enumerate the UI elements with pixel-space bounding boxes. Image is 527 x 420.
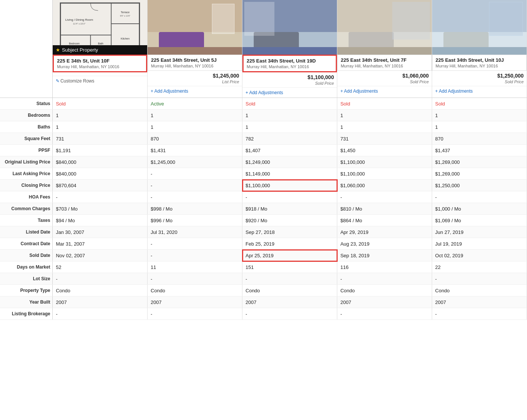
cell-sqft-comp1: 870	[148, 133, 242, 145]
image-wrapper	[337, 0, 432, 55]
cell-value: 1	[340, 124, 343, 130]
action-cell: ✎Customize Rows	[53, 76, 147, 86]
row-label-propertyType: Property Type	[0, 285, 53, 296]
cell-contractDate-comp2: Feb 25, 2019	[242, 238, 337, 250]
cell-soldDate-comp2: Apr 25, 2019	[242, 250, 337, 261]
cell-value: 731	[56, 136, 64, 142]
data-row-bedrooms: Bedrooms11111	[0, 110, 527, 121]
cell-value: $1,407	[245, 148, 260, 153]
cell-listedDate-comp3: Apr 29, 2019	[337, 226, 432, 238]
cell-value: -	[56, 194, 57, 200]
cell-closingPrice-comp3: $1,060,000	[337, 180, 432, 191]
cell-hoaFees-comp3: -	[337, 191, 432, 203]
cell-taxes-comp1: $996 / Mo	[148, 215, 242, 226]
cell-value: -	[340, 311, 342, 317]
row-label-ppsf: PPSF	[0, 145, 53, 156]
cell-value: -	[245, 194, 247, 200]
cell-status-comp4: Sold	[432, 98, 527, 110]
cell-status-comp1: Active	[148, 98, 242, 110]
cell-value: Sold	[435, 101, 445, 107]
city-address: Murray Hill, Manhattan, NY 10016	[247, 64, 333, 69]
cell-value: Jun 27, 2019	[435, 229, 463, 235]
cell-baths-comp4: 1	[432, 121, 527, 133]
add-adjustments-link[interactable]: + Add Adjustments	[245, 90, 283, 95]
cell-value: 1	[245, 113, 248, 118]
cell-value: Jul 19, 2019	[435, 241, 462, 247]
cell-lastAskingPrice-subject: $840,000	[53, 168, 148, 180]
cell-commonCharges-comp3: $810 / Mo	[337, 203, 432, 215]
cell-commonCharges-comp2: $918 / Mo	[242, 203, 337, 215]
street-address: 225 E 34th St, Unit 10F	[57, 58, 143, 64]
comparison-table: Living / Dining Room 11'4" x 22'2" Terra…	[0, 0, 527, 320]
cell-value: Condo	[245, 288, 260, 293]
cell-value: 1	[151, 113, 153, 118]
cell-value: Sold	[340, 101, 350, 107]
property-photo	[242, 0, 337, 55]
cell-value: $1,100,000	[340, 159, 365, 165]
price-type: List Price	[222, 79, 239, 84]
cell-status-comp2: Sold	[242, 98, 337, 110]
cell-taxes-subject: $94 / Mo	[53, 215, 148, 226]
data-row-originalListingPrice: Original Listing Price$840,000$1,245,000…	[0, 156, 527, 168]
action-cell: + Add Adjustments	[432, 86, 527, 96]
cell-bedrooms-comp1: 1	[148, 110, 242, 121]
add-adjustments-link[interactable]: + Add Adjustments	[435, 89, 473, 94]
cell-contractDate-comp1: -	[148, 238, 242, 250]
address-block: 225 E 34th St, Unit 10F Murray Hill, Man…	[53, 55, 147, 72]
svg-text:Living / Dining Room: Living / Dining Room	[65, 18, 93, 21]
city-address: Murray Hill, Manhattan, NY 10016	[341, 64, 428, 68]
cell-value: $1,100,000	[245, 183, 270, 188]
cell-closingPrice-comp1: -	[148, 180, 242, 191]
cell-soldDate-subject: Nov 02, 2007	[53, 250, 148, 261]
cell-propertyType-comp2: Condo	[242, 285, 337, 296]
cell-propertyType-comp4: Condo	[432, 285, 527, 296]
cell-value: $703 / Mo	[56, 206, 78, 212]
row-label-sqft: Square Feet	[0, 133, 53, 145]
cell-yearBuilt-comp2: 2007	[242, 296, 337, 308]
cell-value: -	[151, 183, 152, 188]
cell-value: 2007	[435, 299, 446, 305]
cell-ppsf-comp3: $1,450	[337, 145, 432, 156]
cell-bedrooms-comp2: 1	[242, 110, 337, 121]
cell-value: $1,000 / Mo	[435, 206, 461, 212]
row-label-listedDate: Listed Date	[0, 226, 53, 238]
add-adjustments-link[interactable]: + Add Adjustments	[151, 89, 188, 94]
cell-value: -	[56, 276, 57, 282]
cell-value: 1	[151, 124, 153, 130]
data-row-listingBrokerage: Listing Brokerage-----	[0, 308, 527, 320]
cell-ppsf-subject: $1,191	[53, 145, 148, 156]
cell-lotSize-comp2: -	[242, 273, 337, 285]
cell-value: $840,000	[56, 171, 76, 177]
cell-hoaFees-comp2: -	[242, 191, 337, 203]
cell-value: -	[151, 253, 152, 258]
address-block: 225 East 34th Street, Unit 5J Murray Hil…	[148, 55, 242, 71]
data-row-closingPrice: Closing Price$870,604-$1,100,000$1,060,0…	[0, 180, 527, 191]
cell-value: Apr 25, 2019	[245, 253, 273, 258]
data-row-hoaFees: HOA Fees-----	[0, 191, 527, 203]
cell-value: -	[435, 311, 437, 317]
property-photo	[148, 0, 242, 55]
cell-value: Feb 25, 2019	[245, 241, 274, 247]
cell-value: $1,060,000	[340, 183, 365, 188]
image-wrapper	[432, 0, 527, 55]
cell-lotSize-comp4: -	[432, 273, 527, 285]
customize-rows-link[interactable]: ✎Customize Rows	[56, 78, 94, 84]
row-label-contractDate: Contract Date	[0, 238, 53, 250]
cell-taxes-comp3: $864 / Mo	[337, 215, 432, 226]
price-type: Sold Price	[505, 79, 524, 84]
cell-hoaFees-comp1: -	[148, 191, 242, 203]
row-label-lastAskingPrice: Last Asking Price	[0, 168, 53, 180]
add-adjustments-link[interactable]: + Add Adjustments	[340, 89, 378, 94]
city-address: Murray Hill, Manhattan, NY 10016	[436, 64, 523, 68]
address-block: 225 East 34th Street, Unit 7F Murray Hil…	[337, 55, 432, 71]
row-label-taxes: Taxes	[0, 215, 53, 226]
price-cell: $1,100,000 Sold Price	[242, 72, 337, 88]
row-label-status: Status	[0, 98, 53, 110]
cell-yearBuilt-comp4: 2007	[432, 296, 527, 308]
cell-value: 2007	[56, 299, 67, 305]
cell-listingBrokerage-comp1: -	[148, 308, 242, 320]
cell-lotSize-comp1: -	[148, 273, 242, 285]
cell-listedDate-subject: Jan 30, 2007	[53, 226, 148, 238]
city-address: Murray Hill, Manhattan, NY 10016	[57, 64, 143, 69]
cell-value: Apr 29, 2019	[340, 229, 368, 235]
